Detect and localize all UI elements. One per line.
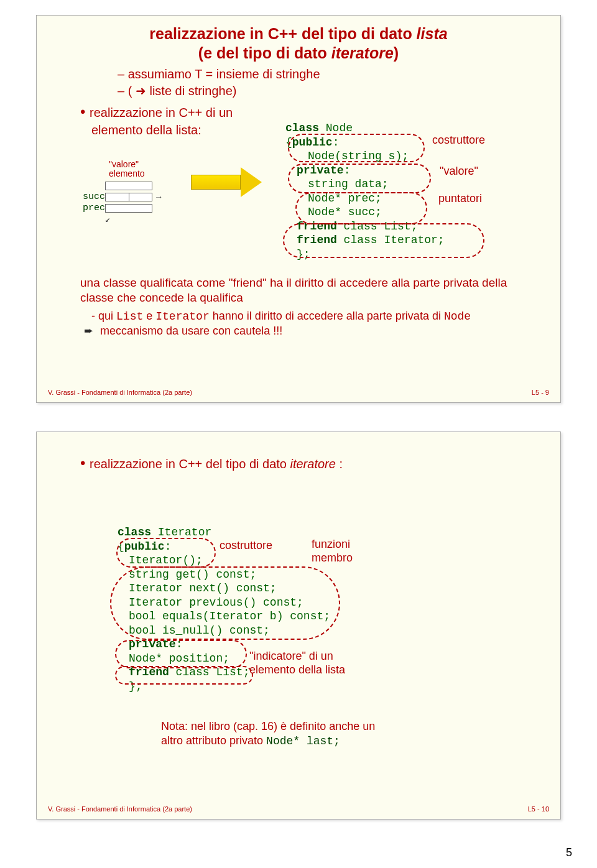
annot2-indic2: elemento della lista: [249, 663, 345, 676]
slide2-bullet-em: iteratore: [290, 457, 336, 471]
dash-oval2-friend: [115, 666, 253, 685]
node-diagram: "valore" elemento succ→ prec ↙: [83, 160, 178, 224]
diag-prec-label: prec: [83, 203, 105, 213]
dash-oval2-constructor: [116, 538, 216, 568]
slide2-note: Nota: nel libro (cap. 16) è definito anc…: [161, 719, 375, 749]
dash-oval2-private: [115, 640, 247, 668]
bullet-realizzazione: realizzazione in C++ di un: [80, 102, 560, 122]
slide1-footer: V. Grassi - Fondamenti di Informatica (2…: [48, 389, 549, 396]
diag-succ-label: succ: [83, 192, 105, 202]
arrow-right-icon: →: [156, 192, 161, 202]
footer-right: L5 - 9: [532, 389, 549, 396]
slide-2: realizzazione in C++ del tipo di dato it…: [36, 432, 561, 820]
annot-puntatori: puntatori: [438, 192, 482, 205]
para-list-iterator: - qui List e Iterator hanno il diritto d…: [91, 309, 471, 324]
para-friend-explain: una classe qualificata come "friend" ha …: [80, 275, 535, 306]
diag-label-valore: "valore" elemento: [109, 160, 178, 179]
annot-valore: "valore": [440, 165, 478, 178]
yellow-arrow-icon: [191, 167, 263, 197]
dash-oval-friends: [283, 223, 484, 258]
footer-left-2: V. Grassi - Fondamenti di Informatica (2…: [48, 805, 192, 813]
diag-box-succ: [105, 193, 152, 201]
dash-oval2-functions: [110, 566, 340, 640]
title2em: iteratore: [331, 44, 394, 62]
title2b: ): [394, 44, 399, 62]
slide2-bullet: realizzazione in C++ del tipo di dato it…: [80, 453, 560, 473]
footer-right-2: L5 - 10: [528, 805, 549, 813]
annot-costruttore: costruttore: [432, 134, 485, 147]
annot2-indic1: "indicatore" di un: [249, 650, 333, 663]
para-cautela: meccanismo da usare con cautela !!!: [84, 324, 282, 338]
diag-box-prec: [105, 204, 152, 213]
dash-item-2: ( ➜ liste di stringhe): [118, 83, 560, 99]
footer-left: V. Grassi - Fondamenti di Informatica (2…: [48, 389, 192, 396]
slide2-footer: V. Grassi - Fondamenti di Informatica (2…: [48, 805, 549, 813]
annot2-membro: membro: [312, 552, 353, 565]
title-em: lista: [417, 25, 448, 42]
title2a: (e del tipo di dato: [198, 44, 331, 62]
note-code: Node* last;: [266, 735, 340, 747]
dash-item-1: assumiamo T = insieme di stringhe: [118, 66, 560, 83]
annot2-funzioni: funzioni: [312, 538, 350, 551]
diag-box-value: [105, 182, 152, 190]
annot2-costruttore: costruttore: [220, 539, 272, 552]
page-number: 5: [566, 846, 572, 859]
arrow-back-icon: ↙: [105, 214, 178, 224]
slide1-title-line2: (e del tipo di dato iteratore): [37, 44, 560, 63]
dash-oval-private-valore: [288, 164, 431, 193]
dash-oval-puntatori: [295, 192, 427, 224]
page: realizzazione in C++ del tipo di dato li…: [0, 0, 597, 868]
title-text: realizzazione in C++ del tipo di dato: [149, 25, 416, 42]
slide1-title-line1: realizzazione in C++ del tipo di dato li…: [37, 24, 560, 44]
slide-1: realizzazione in C++ del tipo di dato li…: [36, 15, 561, 403]
dash-oval-constructor: [288, 134, 425, 162]
